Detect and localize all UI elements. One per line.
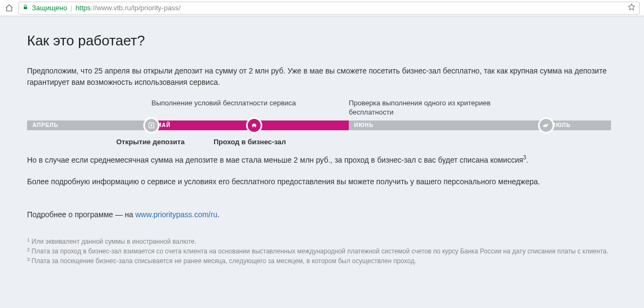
footnote-1: 1 Или эквивалент данной суммы в иностран… [27, 237, 617, 246]
lock-icon [22, 4, 29, 12]
more-info-paragraph: Подробнее о программе — на www.priorityp… [27, 209, 617, 220]
footnote-3: 3 Плата за посещение бизнес-зала списыва… [27, 256, 617, 266]
url-text: https://www.vtb.ru/lp/priority-pass/ [76, 4, 181, 12]
timeline-bottom-label-deposit: Открытие депозита [116, 138, 214, 146]
intro-paragraph: Предположим, что 25 апреля вы открыли де… [27, 65, 617, 88]
page-content: Как это работает? Предположим, что 25 ап… [0, 16, 644, 308]
separator: | [70, 4, 72, 12]
browser-address-bar: Защищено | https://www.vtb.ru/lp/priorit… [0, 0, 644, 16]
timeline: Выполнение условий бесплатности сервиса … [27, 99, 617, 146]
timeline-top-label-may: Выполнение условий бесплатности сервиса [151, 99, 349, 117]
footnote-2: 2 Плата за проход в бизнес-зал взимается… [27, 246, 617, 256]
marker-deposit-icon [143, 117, 160, 133]
info-paragraph: Более подробную информацию о сервисе и у… [27, 176, 617, 188]
timeline-segment-july: ИЮЛЬ [546, 120, 611, 130]
svg-point-2 [150, 124, 152, 126]
timeline-segment-april: АПРЕЛЬ [27, 120, 151, 130]
timeline-bottom-label-entry: Проход в бизнес-зал [214, 138, 286, 146]
home-icon[interactable] [4, 3, 14, 13]
timeline-segment-june: ИЮНЬ [349, 120, 546, 130]
timeline-top-label-june: Проверка выполнения одного из критериев … [349, 99, 546, 117]
timeline-bar: АПРЕЛЬ МАЙ ИЮНЬ ИЮЛЬ [27, 120, 617, 130]
priority-pass-link[interactable]: www.prioritypass.com/ru [135, 210, 217, 219]
address-box[interactable]: Защищено | https://www.vtb.ru/lp/priorit… [18, 2, 640, 15]
marker-check-icon [538, 117, 554, 133]
marker-lounge-icon [246, 117, 262, 133]
condition-paragraph: Но в случае если среднемесячная сумма на… [27, 153, 617, 166]
svg-rect-0 [24, 7, 27, 10]
footnotes: 1 Или эквивалент данной суммы в иностран… [27, 237, 617, 266]
bookmark-star-icon[interactable] [627, 3, 636, 13]
page-heading: Как это работает? [27, 32, 617, 49]
secure-label: Защищено [32, 4, 67, 12]
